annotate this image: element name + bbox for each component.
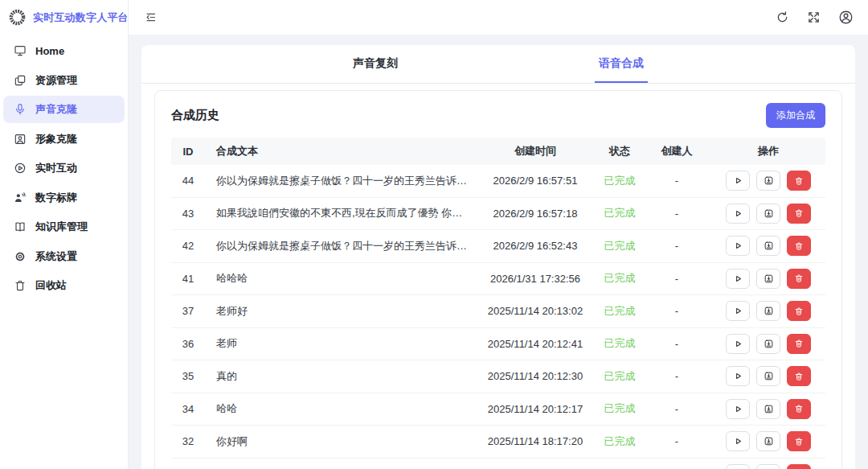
sidebar-item-realtime[interactable]: 实时互动	[3, 154, 125, 182]
row-time: 2025/11/14 20:12:41	[475, 338, 596, 350]
row-creator: -	[644, 273, 710, 285]
sidebar-item-label: 系统设置	[35, 249, 77, 264]
row-creator: -	[644, 305, 710, 317]
tab-voice-replication[interactable]: 声音复刻	[252, 45, 498, 83]
row-status: 已完成	[596, 174, 644, 188]
download-button[interactable]	[756, 399, 780, 419]
col-header-id: ID	[171, 146, 205, 158]
download-button[interactable]	[756, 171, 780, 191]
row-text: 哈哈哈	[205, 271, 475, 286]
row-actions	[710, 431, 827, 451]
download-button[interactable]	[756, 366, 780, 386]
add-synthesis-button[interactable]: 添加合成	[766, 103, 825, 128]
play-button[interactable]	[726, 171, 750, 191]
row-status: 已完成	[596, 304, 644, 319]
play-button[interactable]	[726, 366, 750, 386]
table-row: 32 你好啊 2025/11/14 18:17:20 已完成 -	[171, 426, 825, 459]
sidebar-item-home[interactable]: Home	[3, 37, 125, 64]
topbar	[129, 0, 868, 35]
play-icon	[733, 339, 743, 349]
table-row	[171, 459, 825, 469]
sidebar-item-knowledge[interactable]: 知识库管理	[3, 213, 125, 241]
delete-icon	[794, 274, 804, 283]
delete-button[interactable]	[787, 399, 811, 419]
sidebar-item-label: 资源管理	[35, 73, 77, 88]
download-icon	[764, 306, 774, 316]
table-row: 42 你以为保姆就是擦桌子做饭？四十一岁的王秀兰告诉你，她... 2026/2/…	[171, 230, 825, 263]
tab-speech-synthesis[interactable]: 语音合成	[498, 45, 744, 83]
delete-button[interactable]	[787, 236, 811, 256]
sidebar-item-label: 声音克隆	[35, 102, 77, 117]
col-header-time: 创建时间	[475, 144, 596, 158]
row-id: 34	[171, 403, 205, 415]
delete-button[interactable]	[787, 269, 811, 289]
download-button[interactable]	[756, 301, 780, 321]
sidebar-item-avatar-clone[interactable]: 形象克隆	[3, 125, 125, 153]
row-id: 42	[171, 240, 205, 252]
sidebar-item-signage[interactable]: 数字标牌	[3, 184, 125, 212]
table-row: 36 老师 2025/11/14 20:12:41 已完成 -	[171, 328, 825, 361]
refresh-icon[interactable]	[776, 10, 789, 24]
row-time: 2025/11/14 20:12:30	[475, 370, 596, 382]
sidebar-item-recycle-bin[interactable]: 回收站	[3, 272, 125, 299]
delete-button[interactable]	[787, 171, 811, 191]
row-creator: -	[644, 435, 710, 447]
table-row: 44 你以为保姆就是擦桌子做饭？四十一岁的王秀兰告诉你，她... 2026/2/…	[171, 165, 825, 198]
sidebar-item-settings[interactable]: 系统设置	[3, 243, 125, 270]
col-header-text: 合成文本	[205, 144, 475, 158]
row-actions	[710, 399, 827, 419]
brand: 实时互动数字人平台	[0, 0, 128, 35]
play-button[interactable]	[726, 301, 750, 321]
row-creator: -	[644, 175, 710, 187]
download-icon	[764, 339, 774, 349]
table-row: 35 真的 2025/11/14 20:12:30 已完成 -	[171, 360, 825, 393]
delete-button[interactable]	[787, 301, 811, 321]
history-table: ID 合成文本 创建时间 状态 创建人 操作 44 你以为保姆就是擦桌子做饭？四…	[171, 138, 825, 469]
delete-button[interactable]	[787, 464, 811, 469]
row-status: 已完成	[596, 206, 644, 220]
download-button[interactable]	[756, 464, 780, 469]
user-avatar-icon[interactable]	[838, 10, 854, 25]
delete-button[interactable]	[787, 334, 811, 354]
row-id: 43	[171, 208, 205, 220]
play-button[interactable]	[726, 204, 750, 224]
download-button[interactable]	[756, 334, 780, 354]
sidebar-item-resources[interactable]: 资源管理	[3, 67, 125, 94]
download-button[interactable]	[756, 204, 780, 224]
play-button[interactable]	[726, 269, 750, 289]
row-actions	[710, 366, 827, 386]
fullscreen-icon[interactable]	[807, 10, 821, 24]
row-id: 37	[171, 305, 205, 317]
download-icon	[764, 274, 774, 284]
delete-icon	[794, 208, 804, 218]
sidebar-item-voice-clone[interactable]: 声音克隆	[3, 96, 125, 123]
download-icon	[764, 208, 774, 219]
row-time: 2026/2/9 16:57:18	[475, 208, 596, 220]
delete-button[interactable]	[787, 366, 811, 386]
download-button[interactable]	[756, 236, 780, 256]
row-time: 2026/2/9 16:57:51	[475, 175, 596, 187]
table-row: 43 如果我說咱們安徽的不東不西,現在反而成了優勢 你信嗎 2026/2/9 1…	[171, 198, 825, 231]
collapse-sidebar-icon[interactable]	[145, 11, 157, 23]
delete-button[interactable]	[787, 431, 811, 451]
download-icon	[764, 175, 774, 186]
row-actions	[710, 269, 827, 289]
col-header-status: 状态	[596, 144, 644, 158]
row-status: 已完成	[596, 271, 644, 286]
row-creator: -	[644, 208, 710, 220]
play-button[interactable]	[726, 334, 750, 354]
delete-icon	[794, 437, 804, 446]
play-button[interactable]	[726, 399, 750, 419]
play-button[interactable]	[726, 236, 750, 256]
delete-button[interactable]	[787, 204, 811, 224]
download-button[interactable]	[756, 431, 780, 451]
play-button[interactable]	[726, 464, 750, 469]
content: 声音复刻 语音合成 合成历史 添加合成 ID 合成文本 创建时间 状态	[129, 35, 868, 469]
row-creator: -	[644, 240, 710, 252]
row-text: 你以为保姆就是擦桌子做饭？四十一岁的王秀兰告诉你，她...	[205, 174, 475, 188]
row-creator: -	[644, 370, 710, 382]
delete-icon	[794, 176, 804, 186]
row-text: 哈哈	[205, 401, 475, 416]
download-button[interactable]	[756, 269, 780, 289]
play-button[interactable]	[726, 431, 750, 451]
